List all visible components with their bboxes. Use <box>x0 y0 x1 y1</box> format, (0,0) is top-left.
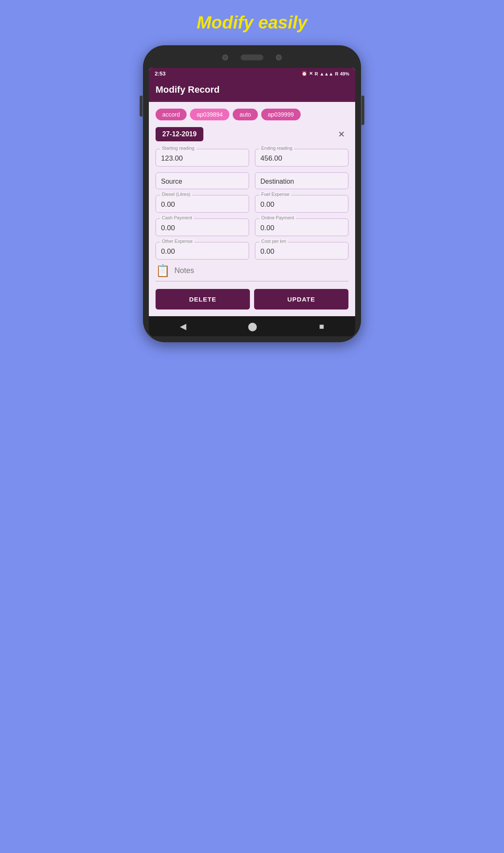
phone-camera <box>222 55 228 60</box>
notes-icon: 📋 <box>156 264 170 278</box>
date-badge[interactable]: 27-12-2019 <box>156 127 203 141</box>
network-r2-icon: R <box>335 71 338 76</box>
recent-nav-icon[interactable]: ■ <box>319 322 324 331</box>
tag-ap039999[interactable]: ap039999 <box>261 109 301 120</box>
online-payment-value: 0.00 <box>260 223 343 232</box>
notes-row[interactable]: 📋 Notes <box>156 264 348 281</box>
back-nav-icon[interactable]: ◀ <box>180 321 186 331</box>
ending-reading-field[interactable]: Ending reading 456.00 <box>255 149 348 166</box>
cash-payment-value: 0.00 <box>161 223 244 232</box>
ending-reading-label: Ending reading <box>260 146 294 151</box>
cost-per-km-label: Cost per km <box>260 239 288 244</box>
app-content: accord ap039894 auto ap039999 27-12-2019… <box>149 102 355 316</box>
action-buttons: DELETE UPDATE <box>156 289 348 309</box>
cash-payment-label: Cash Payment <box>160 215 194 220</box>
phone-side-button-left <box>140 96 143 117</box>
other-expense-field[interactable]: Other Expense 0.00 <box>156 242 249 260</box>
ending-reading-value: 456.00 <box>260 153 343 163</box>
starting-reading-field[interactable]: Starting reading 123.00 <box>156 149 249 166</box>
online-payment-label: Online Payment <box>260 215 296 220</box>
date-close-row: 27-12-2019 ✕ <box>156 127 348 141</box>
cost-per-km-field[interactable]: Cost per km 0.00 <box>255 242 348 260</box>
status-bar: 2:53 ⏰ ✕ R ▲▲▲ R 49% <box>149 68 355 79</box>
app-header: Modify Record <box>149 79 355 102</box>
destination-field[interactable]: Destination <box>255 172 348 189</box>
fuel-expense-field[interactable]: Fuel Expense 0.00 <box>255 195 348 213</box>
close-button[interactable]: ✕ <box>335 127 348 141</box>
fields-grid: Starting reading 123.00 Ending reading 4… <box>156 149 348 260</box>
starting-reading-value: 123.00 <box>161 153 244 163</box>
cash-payment-field[interactable]: Cash Payment 0.00 <box>156 218 249 236</box>
delete-button[interactable]: DELETE <box>156 289 250 309</box>
network-r-icon: R <box>314 71 318 76</box>
page-title: Modify easily <box>197 13 307 33</box>
phone-side-button-right <box>361 96 364 125</box>
online-payment-field[interactable]: Online Payment 0.00 <box>255 218 348 236</box>
phone-sensor <box>276 55 282 60</box>
destination-placeholder: Destination <box>260 177 343 185</box>
fuel-expense-label: Fuel Expense <box>260 192 291 197</box>
cost-per-km-value: 0.00 <box>260 247 343 256</box>
alarm-icon: ⏰ <box>301 71 307 76</box>
status-time: 2:53 <box>155 70 166 77</box>
update-button[interactable]: UPDATE <box>254 289 348 309</box>
phone-screen: 2:53 ⏰ ✕ R ▲▲▲ R 49% Modify Record accor… <box>149 68 355 336</box>
source-placeholder: Source <box>161 177 244 185</box>
diesel-litres-field[interactable]: Diesel (Litres) 0.00 <box>156 195 249 213</box>
status-icons: ⏰ ✕ R ▲▲▲ R 49% <box>301 71 349 76</box>
signal-bars-icon: ▲▲▲ <box>320 71 333 76</box>
tag-accord[interactable]: accord <box>156 109 187 120</box>
notes-placeholder: Notes <box>174 266 194 275</box>
other-expense-value: 0.00 <box>161 247 244 256</box>
phone-nav-bar: ◀ ⬤ ■ <box>149 316 355 336</box>
diesel-litres-value: 0.00 <box>161 200 244 209</box>
signal-x-icon: ✕ <box>309 71 313 76</box>
phone-top-bar <box>149 53 355 64</box>
tag-ap039894[interactable]: ap039894 <box>190 109 229 120</box>
home-nav-icon[interactable]: ⬤ <box>248 321 257 331</box>
phone-speaker <box>241 55 263 60</box>
phone-frame: 2:53 ⏰ ✕ R ▲▲▲ R 49% Modify Record accor… <box>143 45 361 342</box>
battery-icon: 49% <box>340 71 349 76</box>
source-field[interactable]: Source <box>156 172 249 189</box>
fuel-expense-value: 0.00 <box>260 200 343 209</box>
diesel-litres-label: Diesel (Litres) <box>160 192 192 197</box>
tags-row: accord ap039894 auto ap039999 <box>156 109 348 120</box>
tag-auto[interactable]: auto <box>233 109 257 120</box>
app-title: Modify Record <box>156 84 220 95</box>
starting-reading-label: Starting reading <box>160 146 196 151</box>
other-expense-label: Other Expense <box>160 239 194 244</box>
